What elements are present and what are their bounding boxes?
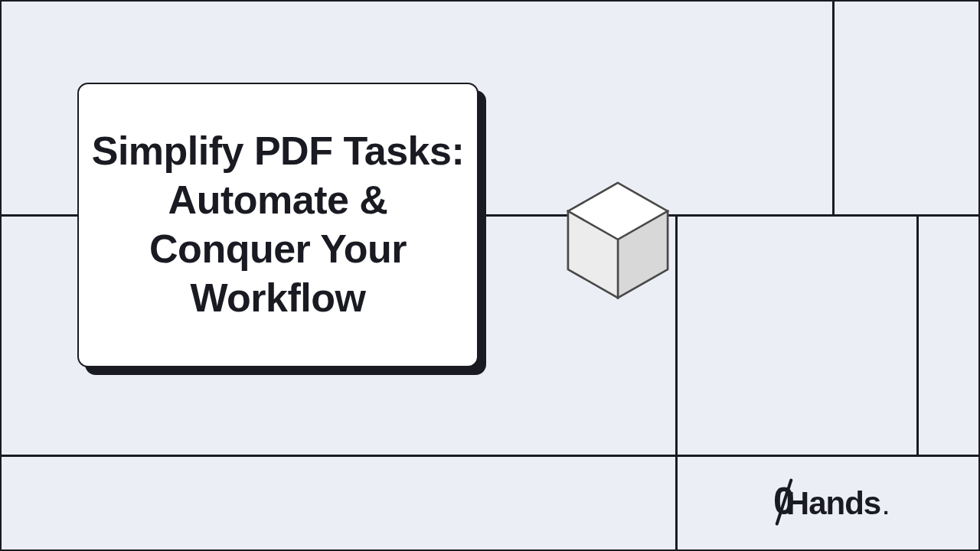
grid-line-vertical-2 [832, 2, 835, 214]
brand-logo: 0 Hands . [773, 482, 889, 522]
grid-line-vertical-3 [916, 214, 919, 456]
grid-line-vertical-1 [675, 214, 678, 551]
cube-icon [560, 179, 675, 309]
brand-dot: . [883, 495, 889, 520]
brand-text: Hands [786, 485, 880, 522]
canvas: Simplify PDF Tasks: Automate & Conquer Y… [0, 0, 980, 551]
page-title: Simplify PDF Tasks: Automate & Conquer Y… [91, 127, 465, 323]
brand-zero: 0 [773, 482, 795, 520]
title-card: Simplify PDF Tasks: Automate & Conquer Y… [77, 83, 479, 367]
grid-line-horizontal-2 [2, 455, 978, 457]
